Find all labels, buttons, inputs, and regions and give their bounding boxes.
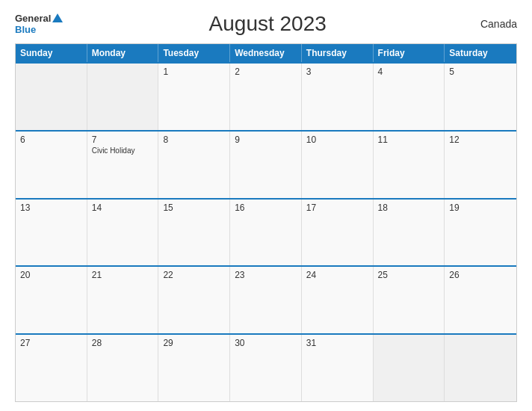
day-cell	[16, 64, 87, 130]
day-number: 21	[92, 270, 154, 280]
day-number: 27	[20, 338, 82, 348]
day-cell: 15	[158, 200, 230, 266]
day-cell: 19	[445, 200, 516, 266]
day-number: 17	[306, 203, 368, 213]
day-cell: 12	[445, 132, 516, 198]
day-cell: 14	[87, 200, 159, 266]
logo-blue: Blue	[15, 24, 36, 35]
day-header-thursday: Thursday	[302, 44, 374, 62]
calendar-title: August 2023	[63, 12, 472, 36]
day-number: 8	[163, 135, 225, 145]
day-cell: 22	[158, 267, 230, 333]
calendar: SundayMondayTuesdayWednesdayThursdayFrid…	[15, 43, 517, 402]
day-cell	[445, 335, 516, 401]
week-row-1: 12345	[16, 62, 516, 130]
day-cell: 23	[230, 267, 302, 333]
country-label: Canada	[472, 18, 517, 30]
week-row-2: 67Civic Holiday89101112	[16, 130, 516, 198]
day-cell: 2	[230, 64, 302, 130]
week-row-4: 20212223242526	[16, 265, 516, 333]
day-header-monday: Monday	[87, 44, 159, 62]
day-header-sunday: Sunday	[16, 44, 87, 62]
day-cell	[374, 335, 445, 401]
day-cell: 30	[230, 335, 302, 401]
day-cell: 31	[302, 335, 374, 401]
day-number: 13	[20, 203, 82, 213]
day-number: 12	[449, 135, 512, 145]
day-cell: 17	[302, 200, 374, 266]
day-number: 31	[306, 338, 368, 348]
day-headers: SundayMondayTuesdayWednesdayThursdayFrid…	[16, 44, 516, 62]
day-number: 19	[449, 203, 512, 213]
day-cell: 11	[374, 132, 445, 198]
week-row-5: 2728293031	[16, 333, 516, 401]
day-header-saturday: Saturday	[445, 44, 516, 62]
day-cell: 29	[158, 335, 230, 401]
day-cell: 6	[16, 132, 87, 198]
day-cell: 1	[158, 64, 230, 130]
day-cell: 3	[302, 64, 374, 130]
day-cell: 25	[374, 267, 445, 333]
day-cell: 26	[445, 267, 516, 333]
day-cell: 16	[230, 200, 302, 266]
day-number: 14	[92, 203, 154, 213]
day-number: 3	[306, 67, 368, 77]
day-number: 15	[163, 203, 225, 213]
day-cell: 18	[374, 200, 445, 266]
day-cell: 5	[445, 64, 516, 130]
day-number: 5	[449, 67, 512, 77]
day-cell	[87, 64, 159, 130]
day-cell: 20	[16, 267, 87, 333]
day-number: 9	[235, 135, 297, 145]
logo-triangle-icon	[52, 13, 63, 22]
day-number: 1	[163, 67, 225, 77]
weeks: 1234567Civic Holiday89101112131415161718…	[16, 62, 516, 401]
day-number: 10	[306, 135, 368, 145]
day-number: 18	[378, 203, 440, 213]
day-number: 7	[92, 135, 154, 145]
day-number: 29	[163, 338, 225, 348]
day-number: 2	[235, 67, 297, 77]
day-cell: 27	[16, 335, 87, 401]
day-number: 28	[92, 338, 154, 348]
day-number: 23	[235, 270, 297, 280]
header: General Blue August 2023 Canada	[15, 12, 517, 36]
day-number: 20	[20, 270, 82, 280]
page: General Blue August 2023 Canada SundayMo…	[0, 0, 532, 411]
day-cell: 9	[230, 132, 302, 198]
day-number: 25	[378, 270, 440, 280]
day-cell: 10	[302, 132, 374, 198]
day-number: 11	[378, 135, 440, 145]
day-number: 24	[306, 270, 368, 280]
day-cell: 8	[158, 132, 230, 198]
day-number: 30	[235, 338, 297, 348]
logo-general: General	[15, 13, 51, 24]
day-cell: 24	[302, 267, 374, 333]
day-number: 16	[235, 203, 297, 213]
day-cell: 21	[87, 267, 159, 333]
day-number: 26	[449, 270, 512, 280]
day-cell: 28	[87, 335, 159, 401]
week-row-3: 13141516171819	[16, 198, 516, 266]
day-cell: 4	[374, 64, 445, 130]
day-event: Civic Holiday	[92, 146, 154, 155]
day-header-wednesday: Wednesday	[230, 44, 302, 62]
day-header-friday: Friday	[374, 44, 445, 62]
day-cell: 13	[16, 200, 87, 266]
day-cell: 7Civic Holiday	[87, 132, 159, 198]
day-header-tuesday: Tuesday	[158, 44, 230, 62]
logo: General Blue	[15, 13, 63, 35]
day-number: 22	[163, 270, 225, 280]
day-number: 4	[378, 67, 440, 77]
day-number: 6	[20, 135, 82, 145]
